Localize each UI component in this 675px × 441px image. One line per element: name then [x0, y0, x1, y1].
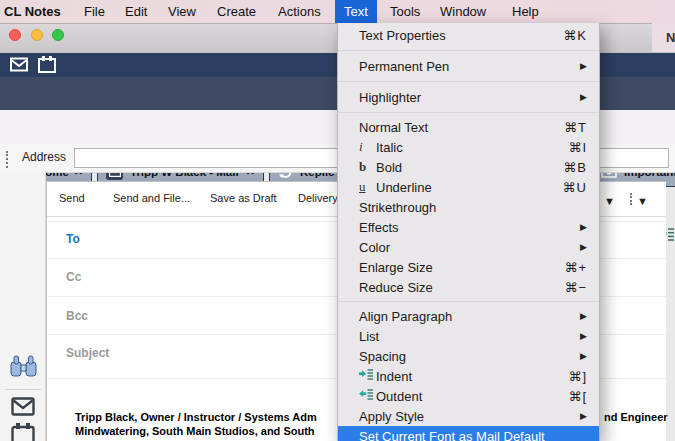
menu-item-normal-text[interactable]: Normal Text ⌘T: [338, 117, 599, 137]
menu-shortcut: ⌘T: [564, 120, 587, 135]
indent-icon: [359, 368, 376, 384]
underline-icon: u: [359, 179, 376, 195]
menu-edit[interactable]: Edit: [125, 0, 147, 23]
bcc-field[interactable]: Bcc: [66, 309, 88, 323]
submenu-arrow-icon: ▶: [580, 242, 587, 252]
mail-app-icon[interactable]: [10, 57, 28, 76]
menu-shortcut: ⌘]: [568, 369, 587, 384]
menu-separator: [338, 301, 599, 302]
menu-item-text-properties[interactable]: Text Properties ⌘K: [338, 24, 599, 46]
menu-shortcut: ⌘I: [568, 140, 587, 155]
menu-window[interactable]: Window: [440, 0, 486, 23]
menu-item-label: List: [359, 329, 379, 344]
menu-view[interactable]: View: [168, 0, 196, 23]
menu-tools[interactable]: Tools: [390, 0, 420, 23]
delivery-options-button[interactable]: Delivery: [298, 192, 338, 204]
address-drag-handle[interactable]: [6, 151, 8, 169]
menu-item-strikethrough[interactable]: Strikethrough: [338, 197, 599, 217]
menu-shortcut: ⌘+: [564, 260, 587, 275]
menu-item-color[interactable]: Color ▶: [338, 237, 599, 257]
calendar-app-icon[interactable]: [38, 56, 56, 77]
menu-item-effects[interactable]: Effects ▶: [338, 217, 599, 237]
text-menu-dropdown: Text Properties ⌘K Permanent Pen ▶ Highl…: [337, 23, 600, 441]
menu-item-reduce-size[interactable]: Reduce Size ⌘−: [338, 277, 599, 297]
menu-text[interactable]: Text: [335, 0, 377, 23]
menu-shortcut: ⌘B: [563, 160, 587, 175]
sidebar-mail-icon[interactable]: [0, 397, 46, 416]
menu-item-apply-style[interactable]: Apply Style ▶: [338, 406, 599, 426]
menu-separator: [338, 81, 599, 82]
menu-shortcut: ⌘K: [563, 28, 587, 43]
menu-help[interactable]: Help: [512, 0, 539, 23]
macos-menubar: CL Notes File Edit View Create Actions T…: [0, 0, 675, 23]
submenu-arrow-icon: ▶: [580, 311, 587, 321]
menu-item-permanent-pen[interactable]: Permanent Pen ▶: [338, 55, 599, 77]
submenu-arrow-icon: ▶: [580, 61, 587, 71]
binoculars-icon[interactable]: [0, 355, 46, 378]
menu-item-italic[interactable]: i Italic ⌘I: [338, 137, 599, 157]
menu-shortcut: ⌘[: [568, 389, 587, 404]
menu-item-label: Indent: [376, 369, 412, 384]
menu-item-label: Bold: [376, 160, 402, 175]
menu-item-label: Color: [359, 240, 390, 255]
menu-item-align-paragraph[interactable]: Align Paragraph ▶: [338, 306, 599, 326]
save-as-draft-button[interactable]: Save as Draft: [210, 192, 277, 204]
more-options-handle[interactable]: [630, 193, 632, 205]
menu-item-label: Apply Style: [359, 409, 424, 424]
sidebar-calendar-icon[interactable]: [0, 423, 46, 441]
actionbar-dropdown-arrow[interactable]: ▼: [604, 195, 615, 207]
menu-separator: [338, 112, 599, 113]
menu-item-indent[interactable]: Indent ⌘]: [338, 366, 599, 386]
menu-item-underline[interactable]: u Underline ⌘U: [338, 177, 599, 197]
menu-item-label: Enlarge Size: [359, 260, 433, 275]
menu-item-outdent[interactable]: Outdent ⌘[: [338, 386, 599, 406]
submenu-arrow-icon: ▶: [580, 331, 587, 341]
menu-item-label: Highlighter: [359, 90, 421, 105]
background-window-title: N: [652, 23, 675, 52]
menu-item-highlighter[interactable]: Highlighter ▶: [338, 86, 599, 108]
menu-item-label: Set Current Font as Mail Default: [359, 429, 545, 441]
menu-item-enlarge-size[interactable]: Enlarge Size ⌘+: [338, 257, 599, 277]
menu-file[interactable]: File: [84, 0, 105, 23]
screen: CL Notes File Edit View Create Actions T…: [0, 0, 675, 441]
submenu-arrow-icon: ▶: [580, 222, 587, 232]
menu-item-label: Underline: [376, 180, 432, 195]
menu-item-bold[interactable]: b Bold ⌘B: [338, 157, 599, 177]
menu-item-list[interactable]: List ▶: [338, 326, 599, 346]
cc-field[interactable]: Cc: [66, 270, 81, 284]
signature-line1: Tripp Black, Owner / Instructor / System…: [75, 411, 317, 423]
menu-item-spacing[interactable]: Spacing ▶: [338, 346, 599, 366]
signature-line1-right: nd Engineer: [604, 411, 668, 423]
menu-item-label: Effects: [359, 220, 399, 235]
minimize-window-button[interactable]: [31, 29, 43, 41]
submenu-arrow-icon: ▶: [580, 411, 587, 421]
to-field[interactable]: To: [66, 232, 80, 246]
app-menu[interactable]: CL Notes: [4, 0, 61, 23]
menu-actions[interactable]: Actions: [278, 0, 321, 23]
menu-item-label: Permanent Pen: [359, 59, 449, 74]
menu-item-label: Align Paragraph: [359, 309, 452, 324]
menu-item-set-current-font-as-mail-default[interactable]: Set Current Font as Mail Default: [338, 426, 599, 441]
subject-field[interactable]: Subject: [66, 346, 109, 360]
bold-icon: b: [359, 159, 376, 175]
address-label: Address: [22, 150, 66, 164]
sidebar: [0, 172, 46, 441]
close-window-button[interactable]: [9, 29, 21, 41]
sidebar-divider: [5, 389, 41, 390]
menu-item-label: Strikethrough: [359, 200, 436, 215]
signature-line2: Mindwatering, South Main Studios, and So…: [75, 425, 315, 437]
menu-shortcut: ⌘U: [563, 180, 587, 195]
menu-item-label: Outdent: [376, 389, 422, 404]
submenu-arrow-icon: ▶: [580, 351, 587, 361]
send-button[interactable]: Send: [59, 192, 85, 204]
menu-item-label: Text Properties: [359, 28, 446, 43]
submenu-arrow-icon: ▶: [580, 92, 587, 102]
menu-item-label: Spacing: [359, 349, 406, 364]
menu-create[interactable]: Create: [217, 0, 256, 23]
menu-item-label: Italic: [376, 140, 403, 155]
zoom-window-button[interactable]: [52, 29, 64, 41]
more-options-dropdown-arrow[interactable]: ▼: [637, 195, 648, 207]
menu-shortcut: ⌘−: [564, 280, 587, 295]
italic-icon: i: [359, 139, 376, 155]
send-and-file-button[interactable]: Send and File...: [113, 192, 190, 204]
